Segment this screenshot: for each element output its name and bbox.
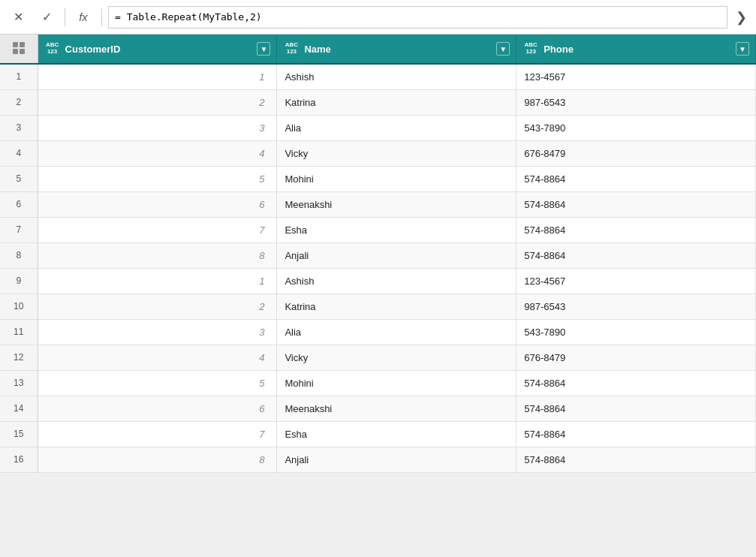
cell-phone[interactable]: 987-6543 bbox=[517, 89, 756, 115]
cell-name[interactable]: Meenakshi bbox=[277, 191, 517, 217]
cell-name[interactable]: Katrina bbox=[277, 294, 517, 319]
cell-name[interactable]: Anjali bbox=[277, 242, 517, 268]
cell-customerid[interactable]: 8 bbox=[38, 242, 277, 268]
row-number: 3 bbox=[0, 115, 38, 140]
cell-customerid[interactable]: 5 bbox=[38, 166, 277, 191]
table-row: 1 1 Ashish 123-4567 bbox=[0, 64, 756, 89]
col-label-phone: Phone bbox=[544, 44, 731, 55]
cell-phone[interactable]: 123-4567 bbox=[517, 268, 756, 294]
row-number: 2 bbox=[0, 89, 38, 115]
table-row: 13 5 Mohini 574-8864 bbox=[0, 370, 756, 396]
cell-name[interactable]: Vicky bbox=[277, 140, 517, 166]
cell-name[interactable]: Mohini bbox=[277, 370, 517, 396]
formula-bar: ✕ ✓ fx ❯ bbox=[0, 0, 756, 35]
close-icon[interactable]: ✕ bbox=[6, 5, 30, 29]
svg-rect-1 bbox=[20, 42, 25, 47]
cell-name[interactable]: Vicky bbox=[277, 345, 517, 370]
table-row: 10 2 Katrina 987-6543 bbox=[0, 294, 756, 319]
cell-name[interactable]: Esha bbox=[277, 217, 517, 242]
col-type-badge-customerid: ABC 123 bbox=[44, 42, 61, 56]
cell-phone[interactable]: 574-8864 bbox=[517, 370, 756, 396]
row-number: 14 bbox=[0, 396, 38, 421]
cell-name[interactable]: Ashish bbox=[277, 64, 517, 89]
cell-customerid[interactable]: 2 bbox=[38, 89, 277, 115]
cell-customerid[interactable]: 6 bbox=[38, 396, 277, 421]
cell-name[interactable]: Alia bbox=[277, 115, 517, 140]
col-dropdown-customerid[interactable]: ▼ bbox=[257, 42, 270, 56]
cell-phone[interactable]: 987-6543 bbox=[517, 294, 756, 319]
cell-phone[interactable]: 676-8479 bbox=[517, 345, 756, 370]
cell-name[interactable]: Mohini bbox=[277, 166, 517, 191]
grid-icon-cell[interactable] bbox=[0, 35, 38, 64]
col-label-customerid: CustomerID bbox=[65, 44, 253, 55]
table-row: 14 6 Meenakshi 574-8864 bbox=[0, 396, 756, 421]
table-row: 7 7 Esha 574-8864 bbox=[0, 217, 756, 242]
cell-name[interactable]: Esha bbox=[277, 421, 517, 447]
cell-customerid[interactable]: 7 bbox=[38, 421, 277, 447]
formula-divider-2 bbox=[101, 8, 102, 26]
cell-name[interactable]: Ashish bbox=[277, 268, 517, 294]
cell-phone[interactable]: 676-8479 bbox=[517, 140, 756, 166]
cell-phone[interactable]: 574-8864 bbox=[517, 217, 756, 242]
cell-customerid[interactable]: 4 bbox=[38, 345, 277, 370]
table-row: 3 3 Alia 543-7890 bbox=[0, 115, 756, 140]
svg-rect-0 bbox=[13, 42, 18, 47]
cell-customerid[interactable]: 5 bbox=[38, 370, 277, 396]
cell-phone[interactable]: 574-8864 bbox=[517, 242, 756, 268]
row-number: 8 bbox=[0, 242, 38, 268]
row-number: 1 bbox=[0, 64, 38, 89]
cell-customerid[interactable]: 1 bbox=[38, 268, 277, 294]
cell-name[interactable]: Alia bbox=[277, 319, 517, 345]
col-header-customerid: ABC 123 CustomerID ▼ bbox=[38, 35, 277, 64]
cell-phone[interactable]: 543-7890 bbox=[517, 115, 756, 140]
cell-customerid[interactable]: 7 bbox=[38, 217, 277, 242]
cell-phone[interactable]: 574-8864 bbox=[517, 396, 756, 421]
cell-name[interactable]: Katrina bbox=[277, 89, 517, 115]
col-header-phone: ABC 123 Phone ▼ bbox=[517, 35, 756, 64]
cell-customerid[interactable]: 3 bbox=[38, 115, 277, 140]
cell-customerid[interactable]: 2 bbox=[38, 294, 277, 319]
formula-input[interactable] bbox=[108, 6, 727, 29]
cell-customerid[interactable]: 6 bbox=[38, 191, 277, 217]
cell-name[interactable]: Anjali bbox=[277, 447, 517, 472]
row-number: 5 bbox=[0, 166, 38, 191]
table-row: 4 4 Vicky 676-8479 bbox=[0, 140, 756, 166]
row-number: 11 bbox=[0, 319, 38, 345]
col-header-name: ABC 123 Name ▼ bbox=[277, 35, 517, 64]
table-row: 8 8 Anjali 574-8864 bbox=[0, 242, 756, 268]
table-container: ABC 123 CustomerID ▼ ABC 123 Name bbox=[0, 35, 756, 473]
table-row: 5 5 Mohini 574-8864 bbox=[0, 166, 756, 191]
row-number: 15 bbox=[0, 421, 38, 447]
col-dropdown-phone[interactable]: ▼ bbox=[736, 42, 749, 56]
cell-customerid[interactable]: 8 bbox=[38, 447, 277, 472]
check-icon[interactable]: ✓ bbox=[35, 5, 59, 29]
cell-phone[interactable]: 574-8864 bbox=[517, 421, 756, 447]
svg-rect-2 bbox=[13, 49, 18, 54]
formula-expand-icon[interactable]: ❯ bbox=[732, 5, 750, 29]
row-number: 9 bbox=[0, 268, 38, 294]
table-row: 15 7 Esha 574-8864 bbox=[0, 421, 756, 447]
svg-rect-3 bbox=[20, 49, 25, 54]
cell-phone[interactable]: 574-8864 bbox=[517, 191, 756, 217]
row-number: 6 bbox=[0, 191, 38, 217]
row-number: 10 bbox=[0, 294, 38, 319]
cell-phone[interactable]: 543-7890 bbox=[517, 319, 756, 345]
table-row: 16 8 Anjali 574-8864 bbox=[0, 447, 756, 472]
row-number: 4 bbox=[0, 140, 38, 166]
cell-name[interactable]: Meenakshi bbox=[277, 396, 517, 421]
cell-customerid[interactable]: 1 bbox=[38, 64, 277, 89]
table-row: 6 6 Meenakshi 574-8864 bbox=[0, 191, 756, 217]
cell-phone[interactable]: 574-8864 bbox=[517, 166, 756, 191]
cell-phone[interactable]: 574-8864 bbox=[517, 447, 756, 472]
table-row: 2 2 Katrina 987-6543 bbox=[0, 89, 756, 115]
row-number: 13 bbox=[0, 370, 38, 396]
cell-customerid[interactable]: 4 bbox=[38, 140, 277, 166]
row-number: 16 bbox=[0, 447, 38, 472]
row-number: 12 bbox=[0, 345, 38, 370]
col-type-badge-name: ABC 123 bbox=[283, 42, 300, 56]
col-dropdown-name[interactable]: ▼ bbox=[496, 42, 510, 56]
table-row: 9 1 Ashish 123-4567 bbox=[0, 268, 756, 294]
cell-customerid[interactable]: 3 bbox=[38, 319, 277, 345]
fx-icon[interactable]: fx bbox=[71, 5, 95, 29]
cell-phone[interactable]: 123-4567 bbox=[517, 64, 756, 89]
